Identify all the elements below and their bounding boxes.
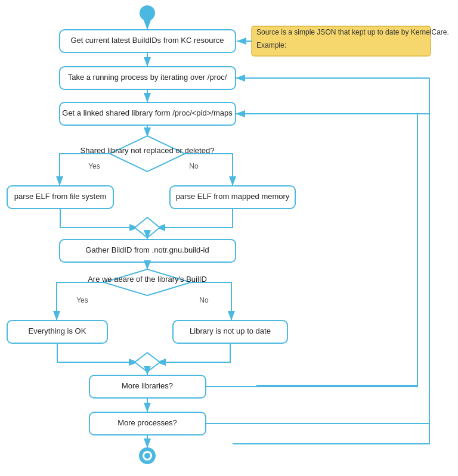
start-node xyxy=(140,5,155,21)
arrow-more-proc-back xyxy=(206,78,429,424)
box-everything-ok-label: Everything is OK xyxy=(29,326,86,335)
arrow-d3-right xyxy=(191,282,231,321)
label-yes1: Yes xyxy=(88,162,100,170)
note-text: Source is a simple JSON that kept up to … xyxy=(256,28,449,36)
arrow-left-d2 xyxy=(60,209,139,228)
arrow-right-d2 xyxy=(156,209,233,228)
box-get-buildids-label: Get current latest BuildIDs from KC reso… xyxy=(70,36,224,45)
box-parse-elf-fs-label: parse ELF from file system xyxy=(14,192,107,201)
box-more-libraries-label: More libraries? xyxy=(122,381,173,390)
label-no1: No xyxy=(189,162,199,170)
arrow-notok-d4 xyxy=(156,343,230,362)
flowchart-diagram: Get current latest BuildIDs from KC reso… xyxy=(0,0,458,476)
box-parse-elf-mem-label: parse ELF from mapped memory xyxy=(176,192,290,201)
diamond-merge2 xyxy=(135,353,160,372)
arrow-ok-d4 xyxy=(57,343,138,362)
box-more-processes-label: More processes? xyxy=(117,418,177,427)
label-yes2: Yes xyxy=(76,296,88,304)
diamond-merge1 xyxy=(135,217,160,238)
box-running-process-label: Take a running process by iterating over… xyxy=(68,73,227,82)
label-no2: No xyxy=(199,296,209,304)
arrow-more-lib-back xyxy=(206,114,417,387)
diamond-aware-buildid-label: Are we aeare of the library's BuilID xyxy=(88,275,207,284)
arrow-loop-libraries xyxy=(256,114,417,385)
box-shared-library-label: Get a linked shared library form /proc/<… xyxy=(62,108,233,117)
box-gather-buildid-label: Gather BildID from .notr.gnu.build-id xyxy=(85,245,209,254)
box-library-notok-label: Library is not up to date xyxy=(190,326,271,335)
end-node-fill xyxy=(144,453,150,459)
arrow-d1-left xyxy=(60,154,110,186)
arrow-loop-processes xyxy=(233,78,429,444)
note-text-2: Example: xyxy=(256,41,286,49)
